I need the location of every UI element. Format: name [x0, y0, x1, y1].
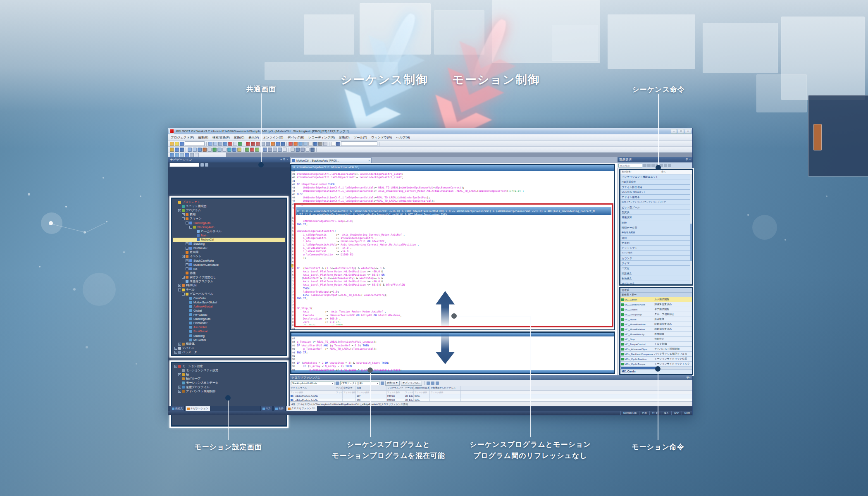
code-line[interactable]: 77 [290, 300, 618, 303]
pin-icon[interactable]: 早 [685, 158, 688, 162]
code-line[interactable]: 59 i_bEn := bUnWinderEpcCtrl OR bTestEPC… [290, 240, 618, 243]
motion-group-dousa[interactable]: 動作系・単一 [620, 293, 692, 297]
menu-item[interactable]: 検索/置換(F) [212, 136, 230, 140]
tree-item[interactable]: +実行タイプ指定なし [173, 275, 285, 279]
nav-toolbar-icon[interactable] [200, 163, 204, 167]
toolbar-icon[interactable] [296, 148, 300, 152]
filter-cell[interactable]: フィルタ条件 [404, 391, 414, 394]
motion-instruction-row[interactable]: MCv_CyclicTorqueモーションサイクリックトルク [620, 362, 692, 367]
code-line[interactable]: 43 UnWinderEdgePositionCtrl.i_leEdgeSens… [290, 186, 618, 189]
tree-item[interactable]: +StackCamMake [173, 258, 285, 262]
instruction-category-row[interactable]: 回路構文 [620, 271, 692, 276]
menu-item[interactable]: 表示(V) [248, 136, 259, 140]
toolbar-icon[interactable] [222, 148, 227, 152]
toolbar-icon[interactable] [310, 148, 315, 152]
instruction-category-row[interactable]: 選択 [620, 236, 692, 241]
pin-icon[interactable]: 早 [686, 376, 689, 379]
filter-cell[interactable]: フィルタ条件 [414, 391, 430, 394]
instruction-category-row[interactable]: PID演算命令 [620, 179, 692, 184]
code-line[interactable]: 94IF (wAutoStep = 2 OR wAutoStep = 3) & … [290, 361, 618, 365]
instruction-category-row[interactable]: 算術演算 [620, 215, 692, 220]
motion-instruction-row[interactable]: MC_GroupStopグループ強制停止 [620, 312, 692, 317]
tree-item[interactable]: 待機 [173, 271, 285, 275]
code-line[interactable]: 39stUnWinderEdgePosCtrl.lePidLowerLimit:… [290, 172, 618, 176]
menu-item[interactable]: プロジェクト(P) [171, 136, 194, 140]
motion-instruction-row[interactable]: MCv_BacklashCompensaバックラッシュ補正フィルタ [620, 352, 692, 357]
dock-tab-接続先[interactable]: 接続先 [170, 406, 185, 411]
tree-item[interactable]: 定周期 [173, 250, 285, 254]
code-line[interactable]: 67IF (bAutoStart & (1.0<=eAutoVelocity) … [290, 267, 618, 270]
close-icon[interactable]: × [286, 158, 288, 162]
tree-item[interactable]: Err+Global [173, 329, 285, 334]
table-header-cell[interactable]: プログラムファイル名 [386, 386, 404, 390]
expand-toggle-icon[interactable]: + [174, 347, 177, 350]
expand-toggle-icon[interactable]: − [174, 351, 177, 354]
toolbar-icon[interactable] [256, 142, 260, 146]
toolbar-icon[interactable] [263, 148, 267, 152]
code-line[interactable]: 49 [290, 206, 618, 210]
instruction-category-row[interactable]: CC-Link IE TSNユニット [620, 190, 692, 195]
tree-item[interactable]: CamData [173, 296, 285, 300]
toolbar-icon[interactable] [261, 142, 265, 146]
motion-instruction-row[interactable]: MC_MoveVelocity速度制御 [620, 332, 692, 337]
code-line[interactable]: 60 i_leEdgePosAxisActVal:= Axis_Unwinder… [290, 243, 618, 246]
instruction-category-row[interactable]: アドオン用命令 [620, 195, 692, 200]
next-result-icon[interactable] [431, 382, 434, 385]
tree-item[interactable]: +速度プロファイル [173, 385, 285, 389]
code-line[interactable]: 63 o_leCommandVelocity => D1000 ED [290, 253, 618, 256]
expand-toggle-icon[interactable]: − [182, 217, 185, 220]
expand-toggle-icon[interactable]: + [182, 276, 185, 279]
code-line[interactable]: 38 [290, 169, 618, 172]
toolbar-icon[interactable] [190, 153, 194, 157]
tree-item[interactable]: −StackingAuto [173, 221, 285, 225]
motion-instruction-row[interactable]: MC_CamInカム動作開始 [620, 297, 692, 302]
code-line[interactable]: 75 ELSE leDancerTrqOutput:=REAL_TO_LREAL… [290, 293, 618, 297]
toolbar-icon[interactable] [300, 148, 305, 152]
tree-item[interactable]: モーションシステム設定 [173, 368, 285, 372]
menu-item[interactable]: オンライン(O) [263, 136, 283, 140]
motion-instruction-row[interactable]: MC_CombineAxes加減算位置決め [620, 302, 692, 307]
table-header-cell[interactable]: デバイス [335, 386, 343, 390]
expand-toggle-icon[interactable]: − [178, 289, 181, 291]
filter-cell[interactable]: フィルタ条件 [343, 391, 356, 394]
toolbar-icon[interactable] [291, 148, 295, 152]
view-button[interactable]: 表示(V) ▼ [385, 381, 400, 386]
filter-cell[interactable] [461, 391, 688, 394]
toolbar-icon[interactable] [198, 148, 202, 152]
motion-instruction-row[interactable]: MCv_CyclicPositionモーションサイクリック位置 [620, 357, 692, 362]
toolbar-icon[interactable] [217, 148, 222, 152]
expand-toggle-icon[interactable]: + [178, 284, 181, 287]
toolbar-icon[interactable] [237, 148, 241, 152]
motion-instruction-row[interactable]: MC_GearInギア動作開始 [620, 307, 692, 312]
toolbar-icon[interactable] [250, 148, 254, 152]
toolbar-icon[interactable] [218, 142, 222, 146]
filter-value[interactable]: 全て [660, 170, 667, 174]
motion-group-kanri[interactable]: 管理系 [620, 288, 692, 293]
table-header-cell[interactable]: デバイス/ラベル [290, 386, 335, 390]
menu-item[interactable]: 診断(D) [339, 136, 349, 140]
code-line[interactable]: 48END_IF; [290, 203, 618, 206]
menu-item[interactable]: ヘルプ(H) [396, 136, 410, 140]
tree-item[interactable]: +アドバンスト同期制御 [173, 389, 285, 393]
tree-item[interactable]: M+Global [173, 338, 285, 342]
instruction-category-row[interactable]: ファイル操作命令 [620, 185, 692, 190]
tree-item[interactable]: ユニット構成図 [173, 204, 285, 208]
dock-tab-ナビゲーション[interactable]: ナビゲーション [185, 406, 210, 411]
menu-item[interactable]: レコーディング(R) [308, 136, 335, 140]
instruction-category-row[interactable]: 比較 [620, 220, 692, 225]
filter-cell[interactable]: フィルタ条件 [430, 391, 461, 394]
instruction-category-row[interactable]: 二安定 [620, 266, 692, 271]
toolbar-combo[interactable] [185, 141, 205, 146]
toolbar-icon[interactable] [170, 142, 174, 146]
cross-reference-table[interactable]: デバイス/ラベルデバイス命令記号位置プログラムファイル名データ名Japanese… [290, 386, 692, 401]
instruction-category-row[interactable]: カウンタ [620, 256, 692, 261]
motion-instruction-row[interactable]: MC_Home原点復帰 [620, 317, 692, 322]
st-code-editor[interactable]: 37stUnWinderEdgePosCtrl.bDirection:=FALS… [290, 163, 618, 375]
code-line[interactable]: 65 [290, 260, 618, 263]
tree-item[interactable]: −ラベル [173, 288, 285, 292]
menu-item[interactable]: ツール(T) [353, 136, 367, 140]
help-icon[interactable] [668, 164, 671, 167]
table-header-cell[interactable]: データ名 [404, 386, 414, 390]
table-header-cell[interactable]: Japanese(日本語) [414, 386, 430, 390]
close-button[interactable]: × [685, 129, 691, 134]
